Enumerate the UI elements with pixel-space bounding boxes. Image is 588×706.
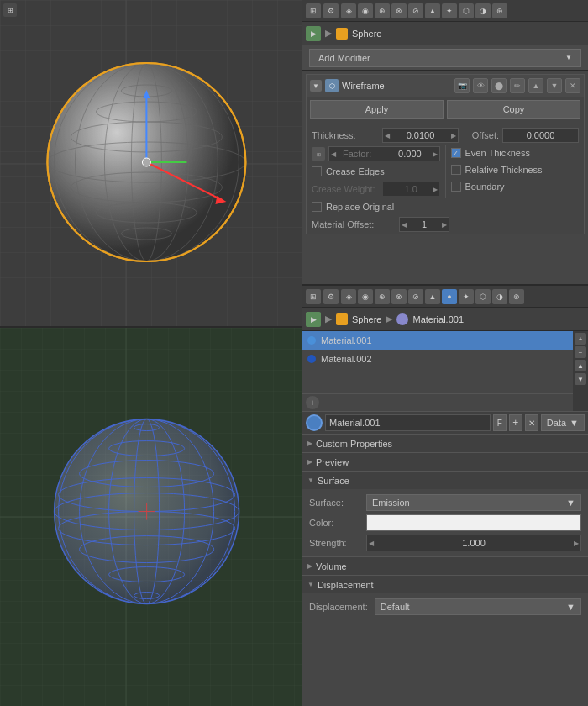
replace-original-row: Replace Original: [307, 198, 584, 215]
material-name-0: Material.001: [321, 335, 372, 345]
toolbar-icon-5[interactable]: ⊕: [375, 3, 390, 18]
modifier-down-icon[interactable]: ▼: [547, 78, 562, 93]
material-plus-button[interactable]: +: [509, 414, 522, 431]
collapse-button[interactable]: ▼: [310, 80, 322, 92]
viewport-top[interactable]: ⊞: [0, 0, 302, 328]
offset-field[interactable]: 0.0000: [502, 128, 579, 143]
factor-field[interactable]: ◀ Factor: 0.000 ▶: [328, 146, 440, 161]
material-breadcrumb: ▶ ▶ Sphere ▶ Material.001: [302, 308, 588, 331]
modifier-render-icon[interactable]: ⬤: [491, 78, 507, 93]
modifier-camera-icon[interactable]: 📷: [454, 78, 470, 93]
color-field[interactable]: [366, 514, 581, 531]
mat-toolbar-icon-6[interactable]: ⊗: [391, 289, 407, 304]
replace-original-label: Replace Original: [326, 202, 394, 212]
material-list-actions: +: [302, 393, 573, 411]
volume-section[interactable]: ▶ Volume: [302, 556, 588, 575]
thickness-field[interactable]: ◀ 0.0100 ▶: [382, 128, 459, 143]
toolbar-icon-10[interactable]: ⬡: [459, 3, 474, 18]
add-modifier-button[interactable]: Add Modifier ▼: [309, 49, 581, 67]
preview-section[interactable]: ▶ Preview: [302, 452, 588, 471]
mat-toolbar-icon-active[interactable]: ●: [442, 289, 457, 304]
relative-thickness-label: Relative Thickness: [465, 165, 543, 175]
toolbar-icon-7[interactable]: ⊘: [408, 3, 423, 18]
copy-button[interactable]: Copy: [447, 100, 580, 119]
mat-toolbar-icon-4[interactable]: ◉: [358, 289, 373, 304]
add-modifier-row: Add Modifier ▼: [302, 45, 588, 71]
mat-add-button[interactable]: +: [306, 396, 319, 409]
boundary-checkbox[interactable]: [451, 182, 461, 192]
sphere-top-svg: [29, 45, 264, 280]
thickness-arrow-r: ▶: [451, 132, 456, 140]
material-f-button[interactable]: F: [493, 414, 507, 431]
toolbar-icon-9[interactable]: ✦: [442, 3, 457, 18]
toolbar-icon-3[interactable]: ◈: [341, 3, 356, 18]
mat-sidebar-add[interactable]: +: [575, 333, 586, 345]
mat-toolbar-icon-2[interactable]: ⚙: [323, 289, 339, 304]
apply-button[interactable]: Apply: [310, 100, 444, 119]
toolbar-icon-8[interactable]: ▲: [425, 3, 440, 18]
replace-original-checkbox[interactable]: [312, 202, 322, 212]
modifier-close-icon[interactable]: ✕: [565, 78, 580, 93]
mat-toolbar-icon-1[interactable]: ⊞: [306, 289, 321, 304]
even-thickness-row: ✓ Even Thickness: [446, 145, 585, 161]
apply-copy-row: Apply Copy: [307, 97, 584, 122]
modifier-edit-icon[interactable]: ✏: [510, 78, 525, 93]
crease-edges-checkbox[interactable]: [312, 166, 322, 176]
options-col-left: ⊞ ◀ Factor: 0.000 ▶ Crease Edges: [307, 145, 446, 198]
mat-breadcrumb-object: Sphere: [352, 314, 381, 324]
mat-toolbar-icon-9[interactable]: ✦: [459, 289, 474, 304]
material-list: Material.001 Material.002 +: [302, 331, 573, 411]
strength-field[interactable]: ◀ 1.000 ▶: [366, 535, 581, 551]
modifier-eye-icon[interactable]: 👁: [473, 78, 488, 93]
mat-toolbar-icon-10[interactable]: ⬡: [475, 289, 491, 304]
material-selector-field[interactable]: Material.001: [325, 414, 491, 431]
crease-edges-row: Crease Edges: [307, 163, 445, 180]
modifier-up-icon[interactable]: ▲: [528, 78, 543, 93]
even-thickness-checkbox[interactable]: ✓: [451, 148, 461, 158]
toolbar-icon-2[interactable]: ⚙: [323, 3, 339, 18]
mat-toolbar-icon-7[interactable]: ⊘: [408, 289, 423, 304]
material-item-1[interactable]: Material.002: [302, 350, 573, 368]
displacement-field[interactable]: Default ▼: [375, 598, 581, 615]
mat-toolbar-icon-3[interactable]: ◈: [341, 289, 356, 304]
strength-value: 1.000: [370, 538, 577, 548]
toolbar-icon-11[interactable]: ◑: [475, 3, 491, 18]
mat-sidebar-down[interactable]: ▼: [575, 373, 586, 385]
mat-object-icon: [336, 313, 348, 325]
viewport-icon-1: ⊞: [3, 3, 17, 17]
viewport-bottom[interactable]: [0, 328, 302, 706]
custom-properties-section[interactable]: ▶ Custom Properties: [302, 434, 588, 452]
material-selector-name: Material.001: [329, 418, 381, 428]
mat-toolbar-icon-11[interactable]: ◑: [492, 289, 507, 304]
strength-label: Strength:: [309, 538, 360, 548]
mat-sidebar-up[interactable]: ▲: [575, 360, 586, 371]
material-item-0[interactable]: Material.001: [302, 331, 573, 350]
surface-section-header[interactable]: ▼ Surface: [302, 471, 588, 489]
factor-label-inline: Factor:: [333, 149, 384, 159]
surface-type-arrow: ▼: [566, 498, 575, 508]
toolbar-icon-1[interactable]: ⊞: [306, 3, 321, 18]
toolbar-icon-12[interactable]: ⊛: [492, 3, 507, 18]
mat-toolbar-icon-5[interactable]: ⊕: [375, 289, 390, 304]
grid-icon[interactable]: ⊞: [312, 147, 325, 161]
modifier-breadcrumb: ▶ ▶ Sphere: [302, 22, 588, 45]
strength-arrow-l: ◀: [369, 540, 374, 547]
displacement-section-header[interactable]: ▼ Displacement: [302, 575, 588, 593]
material-x-button[interactable]: ✕: [525, 414, 538, 431]
mat-toolbar-icon-8[interactable]: ▲: [425, 289, 440, 304]
mat-toolbar-icon-12[interactable]: ⊛: [509, 289, 524, 304]
color-row: Color:: [302, 513, 588, 533]
material-offset-field[interactable]: ◀ 1 ▶: [399, 217, 449, 232]
toolbar-icon-4[interactable]: ◉: [358, 3, 373, 18]
material-plus-label: +: [512, 417, 518, 429]
mat-sidebar-remove[interactable]: −: [575, 346, 586, 358]
surface-type-value: Emission: [372, 498, 410, 508]
relative-thickness-checkbox[interactable]: [451, 165, 461, 175]
add-modifier-arrow: ▼: [565, 54, 572, 61]
material-data-dropdown[interactable]: Data ▼: [541, 414, 585, 431]
factor-arrow-l: ◀: [331, 150, 336, 158]
surface-type-field[interactable]: Emission ▼: [366, 494, 581, 511]
material-f-label: F: [497, 419, 502, 428]
mat-actions-sep: [321, 403, 570, 403]
toolbar-icon-6[interactable]: ⊗: [391, 3, 407, 18]
